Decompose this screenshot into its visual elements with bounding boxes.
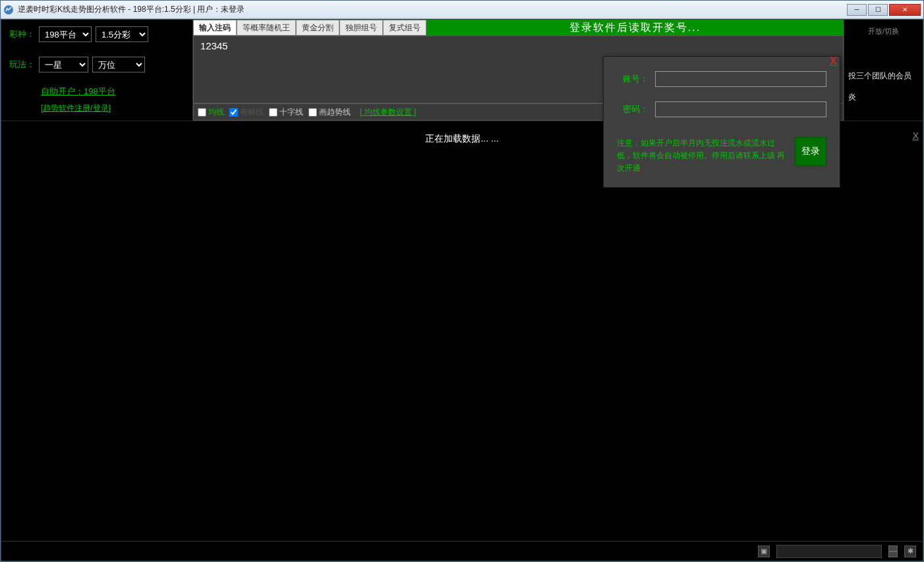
right-panel: 开放/切换 投三个团队的会员 炎 X bbox=[844, 20, 923, 121]
titlebar[interactable]: 逆袭时时彩K线走势图分析软件 - 198平台:1.5分彩 | 用户：未登录 ─ … bbox=[1, 1, 923, 19]
login-warning: 注意：如果开户后半月内无投注流水或流水过低，软件将会自动被停用。停用后请联系上级… bbox=[617, 137, 788, 175]
tab-compound-group[interactable]: 复式组号 bbox=[383, 20, 426, 36]
subtype-select[interactable]: 1.5分彩 bbox=[96, 26, 148, 42]
client-area: 彩种： 198平台 1.5分彩 玩法： 一星 万位 自助开户：198平台 [趋势… bbox=[1, 19, 923, 561]
lottery-banner: 登录软件后读取开奖号... bbox=[426, 20, 844, 36]
crosshair-checkbox[interactable] bbox=[269, 108, 277, 117]
platform-select[interactable]: 198平台 bbox=[39, 26, 92, 42]
password-label: 密码： bbox=[617, 103, 649, 115]
avg-line-checkbox[interactable] bbox=[198, 108, 206, 117]
status-stepper[interactable] bbox=[888, 546, 898, 557]
right-msg2: 炎 bbox=[848, 92, 919, 103]
login-submit-button[interactable]: 登录 bbox=[795, 137, 826, 166]
maximize-button[interactable]: ☐ bbox=[868, 4, 888, 16]
lottery-label: 彩种： bbox=[9, 28, 35, 40]
position-select[interactable]: 万位 bbox=[92, 57, 145, 72]
minimize-button[interactable]: ─ bbox=[847, 4, 867, 16]
password-input[interactable] bbox=[655, 101, 826, 117]
status-bar: ▣ ✱ bbox=[1, 541, 923, 561]
app-window: 逆袭时时彩K线走势图分析软件 - 198平台:1.5分彩 | 用户：未登录 ─ … bbox=[0, 0, 924, 562]
loading-text: 正在加载数据... ... bbox=[425, 133, 498, 145]
tabs-bar: 输入注码 等概率随机王 黄金分割 独胆组号 复式组号 bbox=[193, 20, 426, 36]
tab-single-group[interactable]: 独胆组号 bbox=[339, 20, 383, 36]
signup-link[interactable]: 自助开户：198平台 bbox=[41, 86, 115, 96]
login-dialog: X 账号： 密码： 注意：如果开户后半月内无投注流水或流水过低，软件将会自动被停… bbox=[603, 56, 840, 188]
folder-icon[interactable]: ▣ bbox=[758, 546, 770, 557]
username-label: 账号： bbox=[617, 73, 649, 85]
status-field[interactable] bbox=[776, 545, 882, 558]
play-mode-select[interactable]: 一星 bbox=[39, 57, 88, 72]
switch-link[interactable]: 开放/切换 bbox=[848, 26, 919, 36]
username-input[interactable] bbox=[655, 71, 826, 87]
tab-input-code[interactable]: 输入注码 bbox=[193, 20, 237, 36]
play-label: 玩法： bbox=[9, 59, 35, 70]
close-button[interactable]: ✕ bbox=[889, 4, 921, 16]
right-msg1: 投三个团队的会员 bbox=[848, 69, 919, 84]
gear-icon[interactable]: ✱ bbox=[904, 546, 916, 557]
login-close-button[interactable]: X bbox=[830, 55, 837, 67]
tab-golden-ratio[interactable]: 黄金分割 bbox=[296, 20, 339, 36]
avg-settings-link[interactable]: [ 均线参数设置 ] bbox=[360, 107, 416, 118]
window-title: 逆袭时时彩K线走势图分析软件 - 198平台:1.5分彩 | 用户：未登录 bbox=[18, 4, 847, 15]
app-icon bbox=[3, 5, 14, 15]
left-panel: 彩种： 198平台 1.5分彩 玩法： 一星 万位 自助开户：198平台 [趋势… bbox=[1, 20, 192, 121]
trendline-checkbox[interactable] bbox=[308, 108, 317, 117]
register-link[interactable]: [趋势软件注册/登录] bbox=[41, 103, 111, 113]
bollinger-checkbox[interactable] bbox=[229, 108, 238, 117]
tab-random-king[interactable]: 等概率随机王 bbox=[237, 20, 296, 36]
